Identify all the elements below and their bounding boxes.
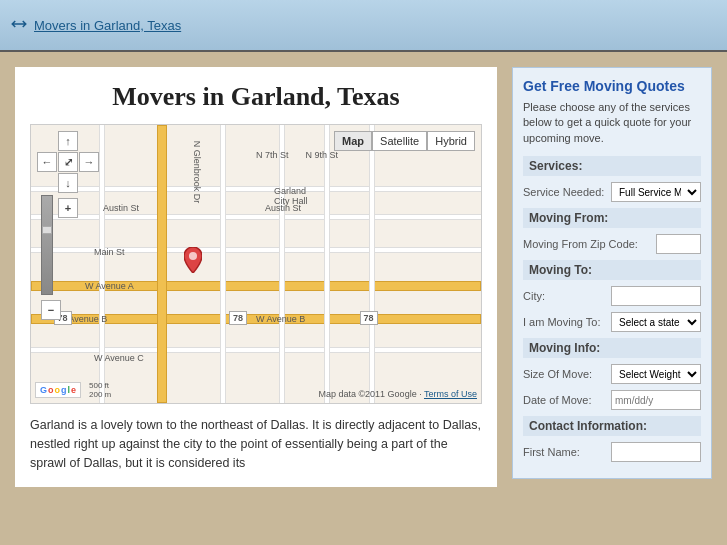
map-scale-text: 500 ft 200 m <box>89 381 111 399</box>
size-label: Size Of Move: <box>523 368 611 380</box>
service-label: Service Needed: <box>523 186 611 198</box>
size-select[interactable]: Select Weight Studio 1 Bedroom 2 Bedroom… <box>611 364 701 384</box>
map-type-satellite[interactable]: Satellite <box>372 131 427 151</box>
state-row: I am Moving To: Select a state Texas Cal… <box>523 312 701 332</box>
service-select[interactable]: Full Service M Full Service Move Loading… <box>611 182 701 202</box>
city-label: City: <box>523 290 611 302</box>
state-select[interactable]: Select a state Texas California New York… <box>611 312 701 332</box>
terms-link[interactable]: Terms of Use <box>424 389 477 399</box>
service-row: Service Needed: Full Service M Full Serv… <box>523 182 701 202</box>
size-row: Size Of Move: Select Weight Studio 1 Bed… <box>523 364 701 384</box>
quote-form-title: Get Free Moving Quotes <box>523 78 701 94</box>
map-label-ave-c-w: W Avenue C <box>94 353 144 363</box>
first-name-input[interactable] <box>611 442 701 462</box>
map-label-78-e: 78 <box>360 311 378 325</box>
date-row: Date of Move: <box>523 390 701 410</box>
map-label-ave-a: W Avenue A <box>85 281 134 291</box>
map-label-city-hall: GarlandCity Hall <box>274 186 308 206</box>
map-label-glenbrook: N Glenbrook Dr <box>192 140 202 203</box>
road-v <box>369 125 375 403</box>
map-label-ave-b-e: W Avenue B <box>256 314 305 324</box>
moving-to-section-title: Moving To: <box>523 260 701 280</box>
contact-section-title: Contact Information: <box>523 416 701 436</box>
zip-input[interactable] <box>656 234 701 254</box>
map-attribution: G o o g l e 500 ft 200 m <box>35 381 111 399</box>
map-background: Map Satellite Hybrid ↑ ← ⤢ → <box>31 125 481 403</box>
map-copyright: Map data ©2011 Google · Terms of Use <box>318 389 477 399</box>
state-label: I am Moving To: <box>523 316 611 328</box>
map-zoom-out[interactable]: − <box>41 300 61 320</box>
map-pan-right[interactable]: → <box>79 152 99 172</box>
map-label-main: Main St <box>94 247 125 257</box>
page-title: Movers in Garland, Texas <box>30 82 482 112</box>
zip-row: Moving From Zip Code: <box>523 234 701 254</box>
zip-label: Moving From Zip Code: <box>523 238 656 250</box>
recycle-icon <box>10 15 28 36</box>
page-description: Garland is a lovely town to the northeas… <box>30 416 482 472</box>
road-v <box>324 125 330 403</box>
services-section-title: Services: <box>523 156 701 176</box>
main-content: Movers in Garland, Texas Map <box>15 67 497 487</box>
map-fullscreen[interactable]: ⤢ <box>58 152 78 172</box>
city-input[interactable] <box>611 286 701 306</box>
map-label-austin-w: Austin St <box>103 203 139 213</box>
moving-info-section-title: Moving Info: <box>523 338 701 358</box>
map-label-n7th: N 7th St <box>256 150 289 160</box>
map-zoom-bar[interactable] <box>41 195 53 295</box>
moving-from-section-title: Moving From: <box>523 208 701 228</box>
date-label: Date of Move: <box>523 394 611 406</box>
quote-sidebar: Get Free Moving Quotes Please choose any… <box>512 67 712 487</box>
first-name-row: First Name: <box>523 442 701 462</box>
quote-form-description: Please choose any of the services below … <box>523 100 701 146</box>
first-name-label: First Name: <box>523 446 611 458</box>
top-navigation: Movers in Garland, Texas <box>0 0 727 52</box>
road-v-main <box>157 125 167 403</box>
quote-form-box: Get Free Moving Quotes Please choose any… <box>512 67 712 479</box>
map-container: Map Satellite Hybrid ↑ ← ⤢ → <box>30 124 482 404</box>
map-pan-left[interactable]: ← <box>37 152 57 172</box>
date-input[interactable] <box>611 390 701 410</box>
site-link[interactable]: Movers in Garland, Texas <box>34 18 181 33</box>
map-type-hybrid[interactable]: Hybrid <box>427 131 475 151</box>
road-v <box>279 125 285 403</box>
map-label-78-c: 78 <box>229 311 247 325</box>
map-label-n9th: N 9th St <box>306 150 339 160</box>
map-zoom-in[interactable]: + <box>58 198 78 218</box>
map-zoom-handle <box>42 226 52 234</box>
map-type-map[interactable]: Map <box>334 131 372 151</box>
map-pan-down[interactable]: ↓ <box>58 173 78 193</box>
city-row: City: <box>523 286 701 306</box>
svg-point-0 <box>189 252 197 260</box>
map-pan-up[interactable]: ↑ <box>58 131 78 151</box>
map-type-controls: Map Satellite Hybrid <box>334 131 475 151</box>
map-pin <box>184 247 202 269</box>
road-v <box>220 125 226 403</box>
